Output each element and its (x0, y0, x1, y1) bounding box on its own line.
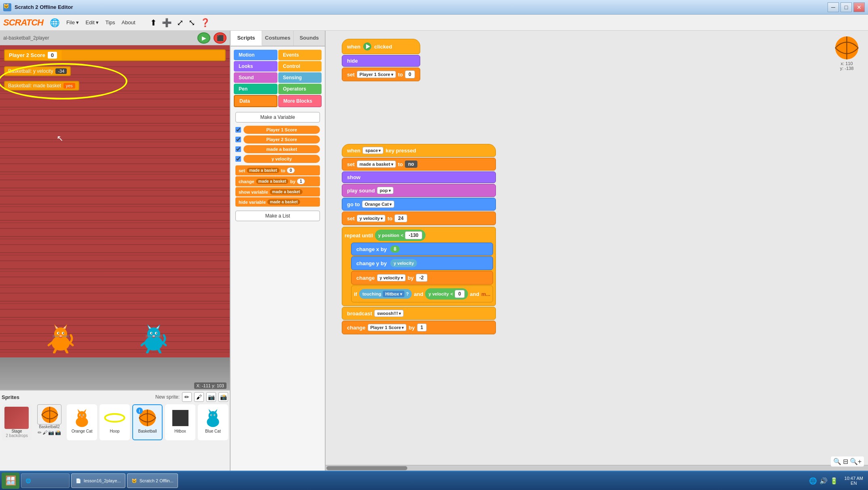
hide-variable-block[interactable]: hide variable made a basket (235, 197, 320, 207)
close-button[interactable]: ✕ (853, 2, 865, 12)
category-pen[interactable]: Pen (234, 84, 277, 94)
var-checkbox-player1[interactable] (235, 127, 241, 133)
category-events[interactable]: Events (278, 50, 322, 60)
set-val-0[interactable]: 0 (405, 70, 415, 78)
change-y-vel-block[interactable]: change y velocity by -2 (351, 271, 493, 285)
make-list-button[interactable]: Make a List (235, 211, 320, 221)
globe-icon[interactable]: 🌐 (50, 18, 60, 27)
sprite-item-blue-cat[interactable]: Blue Cat (198, 404, 228, 440)
upload-sprite-button[interactable]: 📷 (206, 392, 216, 402)
sprite-item-orange-cat[interactable]: Orange Cat (67, 404, 97, 440)
category-control[interactable]: Control (278, 61, 322, 72)
orange-cat-drop[interactable]: Orange Cat (362, 201, 394, 208)
menu-about[interactable]: About (122, 19, 135, 25)
no-val[interactable]: no (405, 161, 417, 168)
y-velocity-drop-2[interactable]: y velocity (357, 215, 385, 222)
speaker-icon[interactable]: 🔊 (819, 477, 828, 485)
go-to-block[interactable]: go to Orange Cat (342, 198, 496, 211)
made-basket-dropdown[interactable]: made a basket (247, 168, 279, 173)
stage-canvas[interactable]: Player 1 Score 0 Player 2 Score 0 Basket… (0, 45, 230, 390)
change-made-basket-block[interactable]: change made a basket by 1 (235, 176, 320, 186)
horizontal-scrollbar[interactable] (326, 465, 868, 471)
repeat-until-block[interactable]: repeat until y position < -130 change x … (342, 227, 496, 306)
show-var-dropdown[interactable]: made a basket (270, 189, 303, 194)
camera-icon[interactable]: 📷 (48, 430, 54, 435)
category-sound[interactable]: Sound (234, 72, 277, 83)
script-canvas[interactable]: when clicked hide set Player 1 Score to (326, 31, 868, 465)
help-icon[interactable]: ❓ (200, 18, 210, 27)
category-looks[interactable]: Looks (234, 61, 277, 72)
set-made-basket-no-block[interactable]: set made a basket to no (342, 158, 496, 171)
taskbar-lesson-item[interactable]: 📄 lesson16_2playe... (71, 473, 125, 488)
var-checkbox-made-basket[interactable] (235, 146, 241, 152)
hide-block[interactable]: hide (342, 55, 420, 67)
zoom-in-button[interactable]: 🔍+ (850, 458, 862, 465)
show-variable-block[interactable]: show variable made a basket (235, 187, 320, 196)
sprite-item-basketball[interactable]: i Basketball (132, 404, 163, 440)
var-checkbox-y-velocity[interactable] (235, 156, 241, 162)
category-more-blocks[interactable]: More Blocks (278, 95, 322, 107)
sprite-item-stage[interactable]: Stage 2 backdrops (2, 404, 32, 440)
set-val[interactable]: 0 (287, 167, 295, 173)
tab-costumes[interactable]: Costumes (262, 31, 294, 46)
sprite-item-hoop[interactable]: Hoop (100, 404, 130, 440)
zero-val[interactable]: 0 (455, 290, 465, 298)
menu-tips[interactable]: Tips (106, 19, 115, 25)
var-block-made-basket[interactable]: made a basket (243, 145, 320, 153)
scrollbar-thumb[interactable] (326, 466, 407, 470)
neg130-val[interactable]: -130 (405, 231, 422, 239)
add-icon[interactable]: ➕ (162, 18, 172, 27)
p1-score-drop[interactable]: Player 1 Score (368, 324, 407, 331)
neg2-val[interactable]: -2 (416, 274, 428, 282)
set-y-velocity-block[interactable]: set y velocity to 24 (342, 211, 496, 225)
draw-sprite-button[interactable]: 🖌 (194, 392, 204, 402)
category-motion[interactable]: Motion (234, 50, 277, 60)
tab-scripts[interactable]: Scripts (231, 31, 262, 46)
upload-icon[interactable]: ⬆ (150, 18, 157, 27)
var-block-player2-score[interactable]: Player 2 Score (243, 135, 320, 144)
swoosh-drop[interactable]: swoosh!!! (374, 310, 404, 317)
player1-score-drop[interactable]: Player 1 Score (357, 71, 396, 78)
battery-icon[interactable]: 🔋 (830, 477, 838, 485)
when-space-block[interactable]: when space key pressed (342, 144, 496, 157)
zoom-fit-button[interactable]: ⊟ (843, 458, 848, 465)
tab-sounds[interactable]: Sounds (294, 31, 325, 46)
change-p1-score-block[interactable]: change Player 1 Score by 1 (342, 321, 496, 334)
minimize-button[interactable]: ─ (828, 2, 839, 12)
broadcast-block[interactable]: broadcast swoosh!!! (342, 307, 496, 320)
camera-sprite-button[interactable]: 📸 (218, 392, 228, 402)
p1-val[interactable]: 1 (417, 323, 427, 332)
var-block-player1-score[interactable]: Player 1 Score (243, 126, 320, 134)
change-x-block[interactable]: change x by 8 (351, 243, 493, 256)
make-variable-button[interactable]: Make a Variable (235, 112, 320, 122)
var-block-y-velocity[interactable]: y velocity (243, 155, 320, 163)
taskbar-chrome-icon[interactable]: 🌐 (21, 473, 70, 488)
sprite-item-hitbox[interactable]: Hitbox (165, 404, 195, 440)
menu-edit[interactable]: Edit ▾ (85, 19, 99, 25)
paint-sprite-button[interactable]: ✏ (182, 392, 192, 402)
stop-button[interactable]: ⬛ (214, 32, 227, 44)
start-button[interactable]: 🪟 (2, 473, 19, 489)
if-block[interactable]: if touching Hitbox ? and y velocity (351, 285, 493, 302)
fullscreen2-icon[interactable]: ⤡ (188, 18, 195, 27)
made-basket-drop-2[interactable]: made a basket (357, 161, 396, 168)
paint-icon[interactable]: 🖌 (42, 430, 47, 435)
fullscreen-icon[interactable]: ⤢ (177, 18, 184, 27)
set-made-basket-block[interactable]: set made a basket to 0 (235, 165, 320, 175)
menu-file[interactable]: File ▾ (66, 19, 79, 25)
set-player1-block[interactable]: set Player 1 Score to 0 (342, 68, 420, 81)
green-flag-button[interactable]: ▶ (197, 32, 210, 44)
category-operators[interactable]: Operators (278, 84, 322, 94)
y-vel-drop-3[interactable]: y velocity (377, 274, 406, 281)
var-checkbox-player2[interactable] (235, 137, 241, 142)
play-sound-block[interactable]: play sound pop (342, 184, 496, 197)
hide-var-dropdown[interactable]: made a basket (267, 199, 300, 205)
script-editor[interactable]: x: 110 y: -138 when clicked (326, 31, 868, 471)
zoom-out-button[interactable]: 🔍 (833, 458, 841, 465)
photo-icon[interactable]: 📸 (55, 430, 61, 435)
when-clicked-block[interactable]: when clicked (342, 39, 420, 54)
change-made-basket-dropdown[interactable]: made a basket (256, 179, 289, 184)
network-icon[interactable]: 🌐 (809, 477, 817, 485)
maximize-button[interactable]: □ (840, 2, 852, 12)
taskbar-scratch-item[interactable]: 🐱 Scratch 2 Offlin... (127, 473, 178, 488)
